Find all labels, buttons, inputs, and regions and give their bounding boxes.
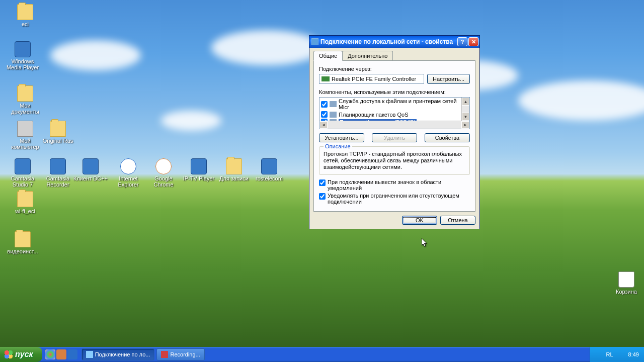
ok-button[interactable]: OK [402,216,437,225]
tray-icon[interactable] [595,351,602,358]
cancel-button[interactable]: Отмена [440,216,475,225]
desktop-icon-ie[interactable]: Internet Explorer [111,158,146,188]
component-label: Планировщик пакетов QoS [339,112,409,118]
description-group: Описание Протокол TCP/IP - стандартный п… [319,146,470,175]
windows-logo-icon [4,350,13,359]
app-icon [50,158,66,174]
adapter-icon [321,76,330,81]
desktop-icon-eci[interactable]: eci [8,4,43,27]
desktop-icon-mycomp[interactable]: Мой компьютер [8,121,43,150]
ql-firefox-icon[interactable] [56,349,66,359]
component-checkbox[interactable] [321,111,328,118]
icon-label: wi-fi_eci [8,208,43,214]
protocol-icon [330,101,337,107]
desktop-icon-dcpp[interactable]: Клиент DC++ [73,158,108,182]
desktop-icon-wmp[interactable]: Windows Media Player [5,41,40,70]
taskbar-task[interactable]: Подключение по ло... [82,348,155,360]
ql-ie-icon[interactable] [67,349,77,359]
help-button[interactable]: ? [457,37,467,46]
configure-button[interactable]: Настроить... [427,74,470,84]
icon-label: IP-TV Player [181,175,216,182]
folder-icon [226,158,242,174]
tab-row: Общие Дополнительно [313,51,475,61]
description-text: Протокол TCP/IP - стандартный протокол г… [324,151,465,170]
task-label: Recording... [170,351,200,357]
description-title: Описание [324,143,352,149]
adapter-field: Realtek PCIe FE Family Controller [319,74,424,84]
scroll-up-icon[interactable]: ▲ [462,98,469,106]
close-button[interactable]: ✕ [468,37,478,46]
system-tray[interactable]: RL 8:49 [590,347,644,362]
folder-icon [17,4,33,20]
tab-advanced[interactable]: Дополнительно [342,51,393,60]
folder-icon [50,121,66,137]
folder-icon [17,191,33,207]
components-list[interactable]: Служба доступа к файлам и принтерам сете… [319,97,470,129]
component-item[interactable]: Служба доступа к файлам и принтерам сете… [319,98,469,111]
mycomp-icon [17,121,33,137]
lan-properties-dialog: Подключение по локальной сети - свойства… [309,35,480,229]
desktop-icon-zapisi[interactable]: Для записи [216,158,252,182]
scroll-left-icon[interactable]: ◄ [319,121,328,129]
install-button[interactable]: Установить... [319,133,364,142]
ql-chrome-icon[interactable] [45,349,55,359]
start-button[interactable]: пуск [0,347,42,362]
icon-label: Мои документы [8,103,43,115]
app-icon [191,158,207,174]
desktop-icon-recycle[interactable]: Корзина [609,272,644,295]
task-label: Подключение по ло... [95,351,150,357]
icon-label: eci [8,21,43,27]
quick-launch [42,349,80,359]
icon-label: видеоинст... [5,248,40,254]
notify-limited-label: Уведомлять при ограниченном или отсутств… [328,193,470,205]
notify-icon-label: При подключении вывести значок в области… [328,179,470,191]
desktop-icon-camtasia7[interactable]: Camtasia Studio 7 [5,158,40,188]
app-icon [83,158,99,174]
component-checkbox[interactable] [321,101,328,108]
task-icon [86,351,93,358]
protocol-icon [330,112,337,118]
desktop-icon-rostel[interactable]: rostelecom [252,158,287,182]
remove-button: Удалить [372,133,417,142]
taskbar: пуск Подключение по ло...Recording... RL… [0,347,644,362]
icon-label: Camtasia Studio 7 [5,175,40,188]
tab-general[interactable]: Общие [313,51,343,61]
components-label: Компоненты, используемые этим подключени… [319,89,470,95]
vscrollbar[interactable]: ▲ ▼ [461,98,469,121]
properties-button[interactable]: Свойства [425,133,470,142]
task-icon [161,351,168,358]
icon-label: Корзина [609,289,644,295]
clock[interactable]: 8:49 [628,351,639,357]
lang-indicator[interactable]: RL [606,351,613,357]
dialog-title: Подключение по локальной сети - свойства [320,38,456,45]
hscrollbar[interactable]: ◄ ► [319,121,469,129]
desktop-icon-videoinst[interactable]: видеоинст... [5,231,40,254]
app-icon [15,41,31,57]
icon-label: Для записи [216,175,252,182]
icon-label: Google Chrome [146,175,181,188]
component-label: Служба доступа к файлам и принтерам сете… [339,98,468,110]
icon-label: rostelecom [252,175,287,182]
desktop-icon-wifieci[interactable]: wi-fi_eci [8,191,43,214]
titlebar[interactable]: Подключение по локальной сети - свойства… [309,36,479,48]
notify-icon-checkbox[interactable] [319,179,326,186]
connect-via-label: Подключение через: [319,66,470,72]
icon-label: Internet Explorer [111,175,146,188]
scroll-down-icon[interactable]: ▼ [462,113,469,121]
component-item[interactable]: Планировщик пакетов QoS [319,111,469,118]
desktop-icon-origrus[interactable]: Original Rus [40,121,75,144]
adapter-name: Realtek PCIe FE Family Controller [332,76,416,82]
desktop-icon-camrec[interactable]: Camtasia Recorder [40,158,75,188]
app-icon [261,158,277,174]
icon-label: Windows Media Player [5,58,40,70]
taskbar-task[interactable]: Recording... [156,348,204,360]
desktop-icon-mydocs[interactable]: Мои документы [8,85,43,115]
desktop-icon-chrome[interactable]: Google Chrome [146,158,181,188]
notify-limited-checkbox[interactable] [319,193,326,200]
folder-icon [17,85,33,102]
tray-volume-icon[interactable] [617,351,624,358]
icon-label: Клиент DC++ [73,175,108,182]
desktop-icon-iptv[interactable]: IP-TV Player [181,158,216,182]
ie-icon [120,158,136,174]
scroll-right-icon[interactable]: ► [461,121,469,129]
